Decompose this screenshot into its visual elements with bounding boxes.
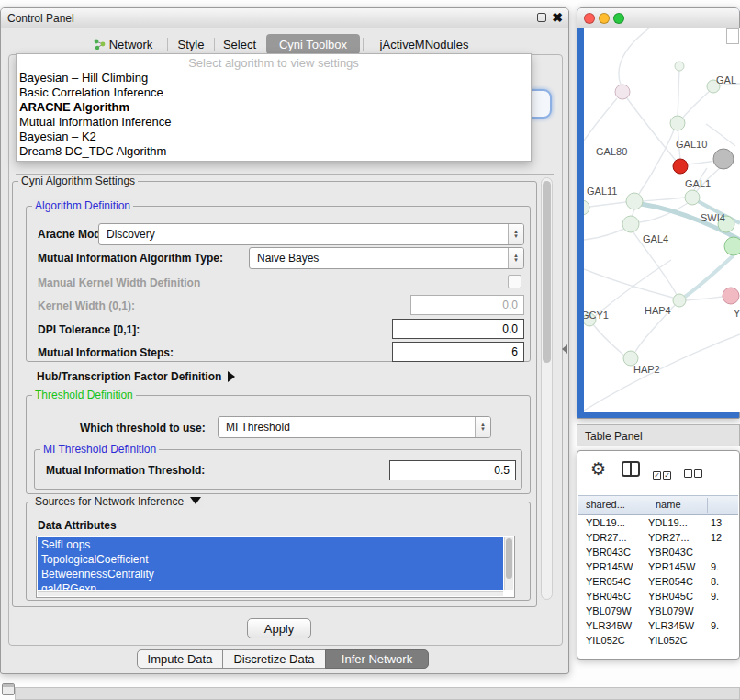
list-vertical-scrollbar[interactable] [504,537,513,590]
network-node[interactable] [670,116,685,130]
network-edge[interactable] [619,28,654,85]
algorithm-option[interactable]: ARACNE Algorithm [17,100,531,115]
tab-select[interactable]: Select [216,34,263,54]
algorithm-option[interactable]: Mutual Information Inference [17,115,531,130]
tab-jactivemodules[interactable]: jActiveMNodules [365,34,483,54]
settings-scrollbar[interactable] [541,177,553,600]
table-cell[interactable]: YBR045C [586,591,643,602]
network-edge[interactable] [584,269,673,298]
minimized-window-icon[interactable] [2,683,15,695]
table-row[interactable]: YBL079WYBL079W [578,604,738,618]
table-row[interactable]: YPR145WYPR145W9. [578,559,738,574]
network-node[interactable] [622,216,639,232]
tab-discretize-data[interactable]: Discretize Data [222,649,326,669]
columns-icon[interactable] [622,461,640,477]
table-cell[interactable]: YBR043C [586,547,643,558]
table-cell[interactable]: YBR043C [648,547,703,558]
network-edge[interactable] [678,71,679,116]
table-row[interactable]: YLR345WYLR345W9. [578,618,738,633]
table-cell[interactable]: YDL19... [648,517,703,528]
attribute-item[interactable]: BetweennessCentrality [38,567,503,581]
network-edge[interactable] [688,161,715,164]
column-divider[interactable] [645,498,645,513]
attribute-item[interactable]: SelfLoops [38,537,503,552]
kernel-width-input[interactable] [410,295,524,315]
table-cell[interactable]: YBL079W [648,605,703,616]
network-scrollbar-corner[interactable] [726,28,739,44]
network-window-titlebar[interactable] [577,8,739,28]
algorithm-option[interactable]: Basic Correlation Inference [17,85,531,100]
deselect-all-columns-icon[interactable] [684,465,704,481]
table-cell[interactable]: 8. [711,576,738,587]
tab-impute-data[interactable]: Impute Data [137,649,223,669]
network-edge[interactable] [584,334,740,411]
table-cell[interactable]: 9. [711,620,738,631]
table-cell[interactable]: YIL052C [648,635,703,646]
table-cell[interactable]: YLR345W [586,620,643,631]
network-edge[interactable] [639,125,676,194]
close-traffic-light[interactable] [584,13,595,24]
close-icon[interactable]: ✖ [552,11,563,24]
network-edge[interactable] [682,91,710,119]
table-cell[interactable]: YPR145W [586,561,643,572]
gear-icon[interactable]: ⚙ [590,458,606,480]
network-edge[interactable] [643,198,685,201]
table-cell[interactable]: YDR27... [648,532,703,543]
list-horizontal-scrollbar[interactable] [38,591,503,596]
algorithm-option[interactable]: Bayesian – Hill Climbing [17,71,531,85]
network-node[interactable] [685,190,700,205]
select-all-columns-icon[interactable]: ✓✓ [653,465,673,481]
dpi-tolerance-input[interactable] [392,319,524,339]
table-cell[interactable]: YBL079W [586,605,643,616]
table-cell[interactable]: 9. [711,591,738,602]
column-header-name[interactable]: name [656,499,681,510]
algorithm-option[interactable]: Dream8 DC_TDC Algorithm [17,144,531,159]
table-row[interactable]: YDL19...YDL19...13 [578,515,738,530]
sources-title[interactable]: Sources for Network Inference [32,495,204,508]
table-row[interactable]: YBR045CYBR045C9. [578,589,738,604]
network-node[interactable] [584,200,589,215]
table-row[interactable]: YER054CYER054C8. [578,574,738,589]
network-node[interactable] [615,85,630,99]
network-node[interactable] [724,237,740,255]
tab-network[interactable]: Network [80,34,166,54]
which-threshold-select[interactable]: MI Threshold ▲▼ [218,416,491,438]
network-node[interactable] [713,149,734,169]
apply-button[interactable]: Apply [247,618,311,638]
table-cell[interactable]: YDL19... [586,517,643,528]
attributes-listbox[interactable]: SelfLoopsTopologicalCoefficientBetweenne… [36,536,515,598]
network-node[interactable] [723,288,739,304]
table-header[interactable]: shared... name [578,495,738,515]
table-cell[interactable]: YER054C [648,576,703,587]
table-cell[interactable]: 9. [711,561,738,572]
table-row[interactable]: YBR043CYBR043C [578,545,738,559]
panel-collapse-arrow-icon[interactable] [562,344,567,354]
network-edge[interactable] [593,324,624,356]
algorithm-option[interactable]: Bayesian – K2 [17,130,531,144]
control-panel-titlebar[interactable]: Control Panel ✖ [1,8,568,28]
table-cell[interactable]: YIL052C [586,635,643,646]
minimize-traffic-light[interactable] [599,13,610,24]
table-cell[interactable]: YDR27... [586,532,643,543]
network-edge[interactable] [584,98,617,141]
table-row[interactable]: YIL052CYIL052C [578,633,738,648]
network-node[interactable] [673,294,686,307]
network-edge[interactable] [686,297,723,300]
table-cell[interactable]: YER054C [586,576,643,587]
network-node[interactable] [626,193,643,209]
table-cell[interactable]: 12 [711,532,738,543]
hub-section-expander[interactable]: Hub/Transcription Factor Definition [37,370,235,383]
table-cell[interactable]: YLR345W [648,620,703,631]
mi-steps-input[interactable] [392,342,524,362]
network-node[interactable] [675,62,684,71]
network-edge[interactable] [622,92,677,162]
network-edge[interactable] [589,202,626,207]
scrollbar-thumb[interactable] [543,181,551,363]
tab-cyni-toolbox[interactable]: Cyni Toolbox [266,34,360,54]
network-canvas[interactable]: GALGAL80GAL10GAL11GAL1SWI4GAL4GCY1HAP4YH… [584,28,740,412]
aracne-mode-select[interactable]: Discovery ▲▼ [98,223,524,245]
tab-infer-network[interactable]: Infer Network [325,649,429,669]
column-header-shared[interactable]: shared... [586,499,625,510]
table-cell[interactable]: YPR145W [648,561,703,572]
table-row[interactable]: YDR27...YDR27...12 [578,530,738,545]
